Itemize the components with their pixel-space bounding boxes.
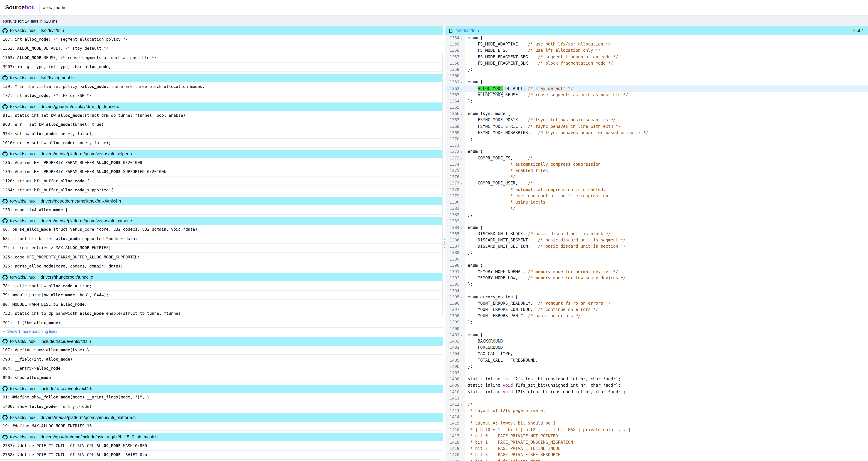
- match-line[interactable]: 326: parse_alloc_mode(core, codecs, doma…: [0, 262, 443, 271]
- match-line[interactable]: 820: show_alloc_mode: [0, 373, 443, 382]
- line-number: 1392: [445, 275, 460, 281]
- file-group-header[interactable]: torvalds/linux · fs/f2fs/segment.h: [0, 74, 443, 82]
- sourcebot-logo[interactable]: Sourcebot.: [0, 4, 39, 11]
- file-group-header[interactable]: torvalds/linux · include/trace/events/ex…: [0, 384, 443, 393]
- search-input[interactable]: [39, 2, 866, 13]
- line-number: 1409: [445, 382, 460, 388]
- code-line: 1377∨ COMPR_MODE_USER, /*: [445, 180, 868, 186]
- comment: * bit 2 PAGE_PRIVATE_INLINE_INODE: [468, 446, 561, 451]
- match-line[interactable]: 1264: struct hfi_buffer_alloc_mode_suppo…: [0, 186, 443, 195]
- file-group-header[interactable]: torvalds/linux · drivers/media/platform/…: [0, 150, 443, 158]
- code-line: 1415 * Layout A: lowest bit should be 1: [445, 420, 868, 427]
- match-line[interactable]: 974: set_bw_alloc_mode(tunnel, false);: [0, 129, 443, 139]
- line-number: 1390: [445, 262, 460, 268]
- show-more-matches-link[interactable]: ∨Show 1 more matching lines: [0, 327, 443, 335]
- file-group-header[interactable]: torvalds/linux · drivers/gpu/drm/display…: [0, 103, 443, 111]
- match-line[interactable]: 1362: ALLOC_MODE_DEFAULT, /* stay defaul…: [0, 44, 443, 53]
- file-group-header[interactable]: torvalds/linux · drivers/gpu/drm/amd/inc…: [0, 433, 443, 441]
- fold-chevron-icon[interactable]: ∨: [461, 263, 463, 269]
- line-number: 1357: [445, 54, 460, 60]
- line-number: 1415: [445, 420, 460, 427]
- results-scrollbar[interactable]: [442, 54, 443, 315]
- fold-chevron-icon[interactable]: ∨: [461, 111, 463, 118]
- match-highlight: ALLOC_MODE: [89, 255, 114, 260]
- file-group-header[interactable]: torvalds/linux · drivers/net/ethernet/me…: [0, 197, 443, 205]
- match-line[interactable]: 66: parse_alloc_mode(struct venus_core *…: [0, 225, 443, 234]
- line-number: 1408: [445, 376, 460, 382]
- code-line: 1413 * Layout of f2fs page.private:: [445, 407, 868, 414]
- file-group-header[interactable]: torvalds/linux · drivers/thunderbolt/tun…: [0, 273, 443, 281]
- match-line[interactable]: 19: #define MAX_ALLOC_MODE_ENTRIES 16: [0, 422, 443, 431]
- match-line[interactable]: 79: module_param(bw_alloc_mode, bool, 04…: [0, 291, 443, 300]
- line-number: 1355: [445, 41, 460, 47]
- resize-grip-icon[interactable]: [443, 238, 445, 249]
- match-line[interactable]: 107: #define show_alloc_mode(type) \: [0, 345, 443, 355]
- file-group-header[interactable]: torvalds/linux · drivers/media/platform/…: [0, 217, 443, 225]
- code-line: 1365: [445, 104, 868, 111]
- match-line[interactable]: 139: * In the victim_sel_policy->alloc_m…: [0, 82, 443, 91]
- preview-file-name[interactable]: fs/f2fs/f2fs.h: [456, 28, 479, 33]
- match-line[interactable]: 167: int alloc_mode; /* segment allocati…: [0, 35, 443, 44]
- comment: * bit 3 PAGE_PRIVATE_REF_RESOURCE: [468, 453, 561, 457]
- github-icon: [2, 28, 8, 33]
- line-number: 1381: [445, 205, 460, 211]
- code-line: 1409static inline void f2fs_set_bit(unsi…: [445, 382, 868, 388]
- match-line[interactable]: 1363: ALLOC_MODE_REUSE, /* reuse segment…: [0, 53, 443, 62]
- match-line[interactable]: 911: static int set_bw_alloc_mode(struct…: [0, 111, 443, 120]
- file-group-header[interactable]: torvalds/linux · include/trace/events/f2…: [0, 337, 443, 345]
- comment: /* fsync behaves in line with ext4 */: [528, 124, 621, 129]
- fold-chevron-icon[interactable]: ∨: [461, 35, 463, 42]
- match-line[interactable]: 136: #define HFI_PROPERTY_PARAM_BUFFER_A…: [0, 158, 443, 167]
- match-line[interactable]: 2737: #define PCIE_CI_CNTL__CI_SLV_CPL_A…: [0, 441, 443, 451]
- match-highlight: alloc_mode: [80, 311, 104, 316]
- line-number: 1389: [445, 256, 460, 262]
- fold-chevron-icon[interactable]: ∨: [461, 155, 463, 162]
- match-line[interactable]: 155: enum mlx4_alloc_mode {: [0, 205, 443, 214]
- comment: /* memory mode for normal devices */: [528, 269, 618, 274]
- code-line: 1388};: [445, 250, 868, 256]
- fold-chevron-icon[interactable]: ∨: [461, 181, 463, 187]
- fold-chevron-icon[interactable]: ∨: [461, 149, 463, 155]
- line-number: 1400: [445, 325, 460, 332]
- comment: /* panic on errors */: [528, 314, 581, 318]
- fold-chevron-icon[interactable]: ∨: [461, 225, 463, 231]
- line-number: 1385: [445, 231, 460, 237]
- match-line[interactable]: 325: case HFI_PROPERTY_PARAM_BUFFER_ALLO…: [0, 253, 443, 262]
- match-line[interactable]: 91: #define show_falloc_mode(mode) __pri…: [0, 393, 443, 402]
- code-line: 1402 BACKGROUND,: [445, 338, 868, 344]
- line-number: 1375: [445, 168, 460, 174]
- match-line[interactable]: 1400: show_falloc_mode(__entry->mode)): [0, 402, 443, 411]
- match-line[interactable]: 1128: struct hfi_buffer_alloc_mode {: [0, 176, 443, 186]
- match-line[interactable]: 804: __entry->alloc_mode: [0, 364, 443, 373]
- file-group-header[interactable]: torvalds/linux · fs/f2fs/f2fs.h: [0, 26, 443, 35]
- code-line: 1406};: [445, 364, 868, 370]
- fold-chevron-icon[interactable]: ∨: [461, 402, 463, 408]
- match-line[interactable]: 790: __field(int, alloc_mode): [0, 355, 443, 364]
- fold-chevron-icon[interactable]: ∨: [461, 333, 463, 339]
- line-number: 1397: [445, 307, 460, 313]
- panel-divider[interactable]: [443, 26, 445, 461]
- match-line[interactable]: 80: MODULE_PARM_DESC(bw_alloc_mode,: [0, 300, 443, 309]
- match-line[interactable]: 2738: #define PCIE_CI_CNTL__CI_SLV_CPL_A…: [0, 451, 443, 460]
- match-line[interactable]: 68: struct hfi_buffer_alloc_mode_support…: [0, 234, 443, 243]
- match-line[interactable]: 960: err = set_bw_alloc_mode(tunnel, tru…: [0, 120, 443, 129]
- github-icon: [2, 151, 8, 156]
- match-line[interactable]: 1016: err = set_bw_alloc_mode(tunnel, fa…: [0, 139, 443, 148]
- match-line[interactable]: 761: if (!bw_alloc_mode): [0, 318, 443, 327]
- match-line[interactable]: 752: static int tb_dp_bandwidth_alloc_mo…: [0, 309, 443, 318]
- comment: *: [468, 414, 473, 420]
- fold-chevron-icon[interactable]: ∨: [461, 294, 463, 301]
- code-line: 1411: [445, 395, 868, 401]
- comment: /* use lfs allocation only */: [528, 48, 601, 53]
- line-number: 1382: [445, 212, 460, 218]
- match-highlight: alloc_mode: [60, 302, 85, 307]
- match-line[interactable]: 72: if (num_entries > MAX_ALLOC_MODE_ENT…: [0, 243, 443, 253]
- file-group-header[interactable]: torvalds/linux · drivers/media/platform/…: [0, 413, 443, 422]
- match-line[interactable]: 78: static bool bw_alloc_mode = true;: [0, 281, 443, 291]
- match-line[interactable]: 177: int alloc_mode; /* LFS or SSR */: [0, 91, 443, 100]
- line-number: 1386: [445, 237, 460, 243]
- match-line[interactable]: 3903: int gc_type, int type, char alloc_…: [0, 62, 443, 71]
- match-line[interactable]: 139: #define HFI_PROPERTY_PARAM_BUFFER_A…: [0, 167, 443, 176]
- fold-chevron-icon[interactable]: ∨: [461, 80, 463, 86]
- comment: * | bit0 = 1 | bit1 | bit2 | ... | bit M…: [468, 427, 631, 432]
